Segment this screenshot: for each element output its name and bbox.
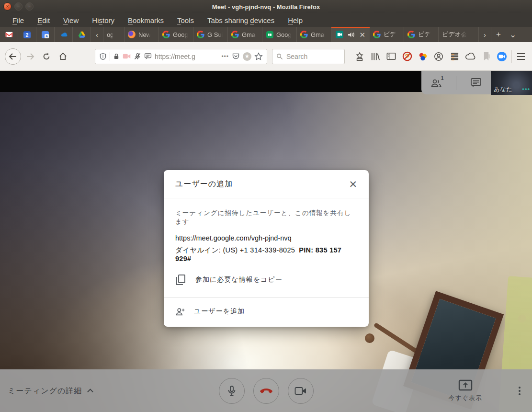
self-view-thumbnail[interactable]: あなた ••• [491,71,532,95]
pinned-tab-drive[interactable] [73,27,91,42]
menu-hamburger-button[interactable] [515,53,527,60]
translate-icon [42,31,49,38]
back-button[interactable] [5,48,21,65]
present-now-button[interactable]: 今すぐ表示 [448,379,482,402]
home-button[interactable] [56,49,70,64]
zoom-extension-button[interactable] [497,51,507,62]
meeting-details-button[interactable]: ミーティングの詳細 [8,386,94,396]
minimize-window-button[interactable]: – [14,2,23,11]
mute-microphone-button[interactable] [219,378,245,404]
close-window-button[interactable]: × [3,2,11,11]
person-add-icon [175,307,186,316]
gmail-icon [5,31,13,38]
tab-active-meet[interactable]: ✕ [331,27,370,42]
video-camera-icon [294,387,307,395]
tab-3[interactable]: G Sui [193,27,228,42]
noscript-icon [402,51,412,61]
camera-inuse-icon[interactable] [123,53,131,59]
tab-2[interactable]: Goog [159,27,193,42]
forward-button[interactable] [23,49,37,64]
search-input[interactable] [286,53,334,60]
chat-button[interactable] [466,73,486,92]
addon-star-button[interactable] [354,51,365,62]
tab-title: ビデ [418,30,431,39]
url-text: https://meet.g [155,53,218,60]
add-users-button[interactable]: ユーザーを追加 [164,298,369,327]
new-tab-button[interactable]: + [491,27,506,42]
copy-joining-info-button[interactable]: 参加に必要な情報をコピー [175,274,357,286]
pocket-icon[interactable] [232,52,240,60]
tab-6[interactable]: Gmai [297,27,331,42]
google-icon [231,31,239,38]
participants-button[interactable]: 1 [427,73,446,92]
noscript-button[interactable] [402,51,412,62]
navigation-toolbar: https://meet.g ••• ★ [0,42,532,71]
hangup-phone-icon [260,388,273,394]
menu-file[interactable]: File [6,15,31,26]
scroll-tabs-right-button[interactable]: › [479,27,491,42]
addon-star-icon [355,52,364,61]
menu-view[interactable]: View [57,15,85,26]
meet-bottom-bar: ミーティングの詳細 今すぐ表示 [0,369,532,412]
pinned-tab-gmail[interactable] [0,27,18,42]
present-screen-icon [458,379,473,391]
google-icon [197,31,204,38]
dialog-title: ユーザーの追加 [175,179,233,189]
color-balls-extension-icon [418,52,428,61]
pinned-tab-onedrive[interactable] [55,27,73,42]
menu-tools[interactable]: Tools [170,15,201,26]
tab-9[interactable]: ビデ [404,27,439,42]
library-button[interactable] [370,51,381,62]
pinned-tab-calendar[interactable]: 2 [18,27,36,42]
tab-close-icon[interactable]: ✕ [359,31,365,38]
meeting-link: https://meet.google.com/vgh-pjnd-nvq [175,234,357,242]
google-icon [373,31,381,38]
tracking-shield-icon[interactable] [99,53,107,60]
mic-blocked-icon[interactable] [134,53,141,60]
reload-button[interactable] [39,49,54,64]
tab-list-dropdown-button[interactable]: ⌄ [506,27,520,42]
dial-in-number: ダイヤルイン: (US) +1 314-339-8025 [175,246,295,254]
dialog-close-icon[interactable]: ✕ [349,179,357,189]
audio-level-dots: ••• [522,85,530,92]
call-controls [219,378,314,404]
sidebar-button[interactable] [386,51,396,62]
menu-help[interactable]: Help [281,15,309,26]
star-circle-icon[interactable]: ★ [243,52,251,61]
color-balls-extension-button[interactable] [418,51,428,62]
firefox-icon [128,31,136,38]
tab-5[interactable]: Goog [262,27,297,42]
tab-1[interactable]: New [125,27,159,42]
tab-speaker-icon[interactable] [348,32,355,38]
dialog-body: ミーティングに招待したユーザーと、この情報を共有します https://meet… [164,198,369,286]
menu-tabs-sharing-devices[interactable]: Tabs sharing devices [201,15,281,26]
reload-icon [42,52,51,61]
tab-10[interactable]: ビデオ会 [439,27,479,42]
tab-0[interactable]: og [103,27,125,42]
maximize-window-button[interactable]: ▫ [25,2,34,11]
tab-title: Goog [276,31,292,38]
flag-extension-button[interactable] [481,51,491,62]
menu-bookmarks[interactable]: Bookmarks [121,15,170,26]
cloud-button[interactable] [465,51,475,62]
menu-edit[interactable]: Edit [31,15,57,26]
lock-icon[interactable] [113,53,120,60]
you-label: あなた [494,85,513,93]
account-button[interactable] [433,51,444,62]
menu-history[interactable]: History [85,15,121,26]
bookmark-star-icon[interactable] [254,52,263,61]
overflow-dots-icon[interactable]: ••• [221,53,229,60]
tab-title: New [138,31,151,38]
scroll-tabs-left-button[interactable]: ‹ [91,27,103,42]
tab-8[interactable]: ビデ [370,27,404,42]
list-extension-button[interactable] [449,51,460,62]
more-options-button[interactable] [519,387,521,395]
turn-off-camera-button[interactable] [288,378,314,404]
pinned-tab-translate[interactable] [36,27,55,42]
search-bar[interactable] [272,49,345,64]
tab-4[interactable]: Gmai [228,27,262,42]
notification-bubble-icon[interactable] [144,53,152,60]
hang-up-button[interactable] [253,378,279,404]
sidebar-icon [386,52,396,60]
url-bar[interactable]: https://meet.g ••• ★ [95,49,267,64]
